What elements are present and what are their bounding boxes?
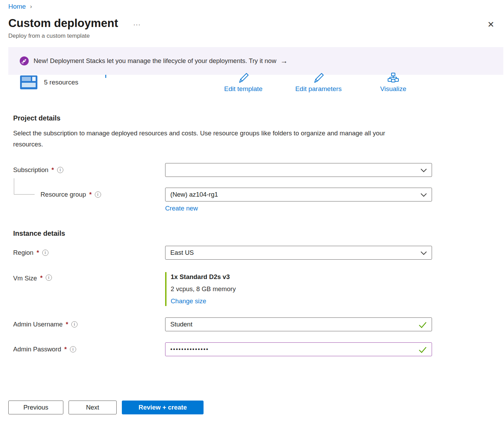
info-icon[interactable]: i xyxy=(42,250,48,256)
vm-size-row: Vm Size * i 1x Standard D2s v3 2 vcpus, … xyxy=(13,272,504,306)
valid-check-icon xyxy=(418,347,427,353)
edit-template-button[interactable]: Edit template xyxy=(217,73,269,93)
ellipsis-menu-icon[interactable]: ... xyxy=(133,19,141,27)
info-icon[interactable]: i xyxy=(71,321,78,327)
required-marker: * xyxy=(64,346,67,353)
region-label: Region xyxy=(13,249,34,257)
admin-username-value: Student xyxy=(170,321,192,328)
page-title: Custom deployment xyxy=(8,17,118,30)
create-new-link[interactable]: Create new xyxy=(165,205,198,212)
resources-icon xyxy=(20,75,37,89)
vm-size-selection: 1x Standard D2s v3 xyxy=(171,273,432,281)
page-header: Custom deployment ... xyxy=(0,17,504,30)
change-size-link[interactable]: Change size xyxy=(171,297,206,305)
subscription-label: Subscription xyxy=(13,166,48,174)
chevron-down-icon xyxy=(421,193,427,197)
next-button[interactable]: Next xyxy=(69,401,117,414)
arrow-right-icon[interactable]: → xyxy=(280,57,288,65)
visualize-label: Visualize xyxy=(375,85,412,93)
info-icon[interactable]: i xyxy=(70,346,76,352)
vm-size-specs: 2 vcpus, 8 GB memory xyxy=(171,285,432,293)
required-marker: * xyxy=(37,249,39,257)
previous-button[interactable]: Previous xyxy=(8,401,63,414)
required-marker: * xyxy=(66,321,68,328)
visualize-button[interactable]: Visualize xyxy=(375,73,412,93)
breadcrumb: Home › xyxy=(0,0,504,10)
required-marker: * xyxy=(40,275,43,282)
chevron-right-icon: › xyxy=(30,3,32,10)
vm-size-label: Vm Size xyxy=(13,275,37,282)
template-resources: 5 resources xyxy=(20,75,78,89)
info-icon[interactable]: i xyxy=(57,167,63,173)
region-row: Region * i East US xyxy=(13,246,504,260)
valid-check-icon xyxy=(418,322,427,328)
edit-template-label: Edit template xyxy=(217,85,269,93)
hierarchy-connector-line xyxy=(14,178,35,195)
template-bar: 5 resources Edit template Edit parameter… xyxy=(0,75,504,100)
resource-group-value: (New) az104-rg1 xyxy=(170,191,218,198)
resources-count-label: 5 resources xyxy=(44,79,78,86)
required-marker: * xyxy=(52,167,54,174)
admin-password-input[interactable]: •••••••••••••• xyxy=(165,342,432,356)
region-value: East US xyxy=(170,249,194,257)
edit-parameters-button[interactable]: Edit parameters xyxy=(290,73,347,93)
wizard-footer: Previous Next Review + create xyxy=(0,401,504,414)
resource-group-label: Resource group xyxy=(40,191,86,198)
admin-username-label: Admin Username xyxy=(13,321,63,328)
instance-details-heading: Instance details xyxy=(13,230,504,237)
subscription-row: Subscription * i xyxy=(13,163,504,177)
edit-parameters-label: Edit parameters xyxy=(290,85,347,93)
info-icon[interactable]: i xyxy=(95,191,101,198)
resource-group-row: Resource group * i (New) az104-rg1 Creat… xyxy=(13,188,504,212)
admin-username-input[interactable]: Student xyxy=(165,317,432,331)
pencil-icon xyxy=(313,73,324,83)
region-dropdown[interactable]: East US xyxy=(165,246,432,260)
deployment-stacks-banner[interactable]: New! Deployment Stacks let you manage th… xyxy=(8,47,503,75)
rocket-icon xyxy=(20,56,29,65)
page-subtitle: Deploy from a custom template xyxy=(0,33,504,39)
vm-size-summary: 1x Standard D2s v3 2 vcpus, 8 GB memory … xyxy=(165,272,432,306)
pencil-icon xyxy=(237,73,249,83)
admin-password-row: Admin Password * i •••••••••••••• xyxy=(13,342,504,356)
admin-password-masked-value: •••••••••••••• xyxy=(170,346,209,353)
banner-text: New! Deployment Stacks let you manage th… xyxy=(34,57,276,65)
admin-password-label: Admin Password xyxy=(13,345,61,353)
project-details-description: Select the subscription to manage deploy… xyxy=(0,128,408,150)
cursor-artifact xyxy=(105,75,106,78)
required-marker: * xyxy=(89,191,92,198)
resource-group-dropdown[interactable]: (New) az104-rg1 xyxy=(165,188,432,201)
admin-username-row: Admin Username * i Student xyxy=(13,317,504,331)
project-details-heading: Project details xyxy=(0,114,504,122)
org-chart-icon xyxy=(387,73,399,83)
deployment-form: Subscription * i Resource group * i (New… xyxy=(0,163,504,356)
chevron-down-icon xyxy=(421,251,427,255)
info-icon[interactable]: i xyxy=(46,275,52,281)
breadcrumb-home-link[interactable]: Home xyxy=(8,3,26,10)
close-button[interactable]: ✕ xyxy=(485,20,496,29)
chevron-down-icon xyxy=(421,169,427,172)
review-create-button[interactable]: Review + create xyxy=(122,401,204,414)
subscription-dropdown[interactable] xyxy=(165,163,432,177)
